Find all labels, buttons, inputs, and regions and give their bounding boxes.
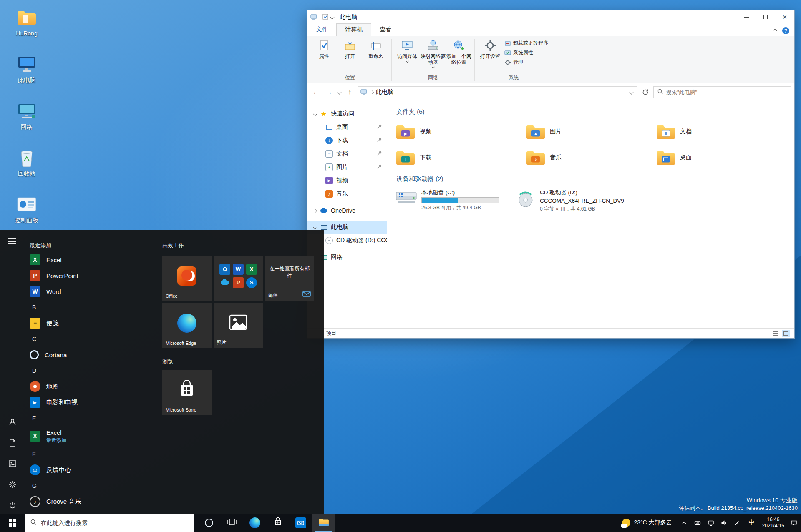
tile-office[interactable]: Office xyxy=(162,256,212,301)
tile-mail[interactable]: 在一处查看所有邮件 邮件 xyxy=(265,256,314,301)
desktop-icon-user-folder[interactable]: HuRong xyxy=(5,4,48,51)
tile-photos[interactable]: 照片 xyxy=(214,303,263,348)
notification-center-icon[interactable] xyxy=(790,519,798,527)
map-network-drive-button[interactable]: 映射网络驱动器 xyxy=(420,37,446,68)
taskbar-store-button[interactable] xyxy=(266,514,289,532)
refresh-icon[interactable] xyxy=(640,87,651,98)
start-letter-c[interactable]: C xyxy=(25,331,159,347)
back-button[interactable] xyxy=(310,87,321,98)
tile-edge[interactable]: Microsoft Edge xyxy=(162,303,212,348)
start-letter-b[interactable]: B xyxy=(25,299,159,315)
desktop-icon-recycle-bin[interactable]: 回收站 xyxy=(5,144,48,191)
up-button[interactable] xyxy=(344,87,355,98)
nav-downloads[interactable]: 下载 xyxy=(307,134,387,147)
touch-keyboard-icon[interactable] xyxy=(694,519,701,527)
start-letter-g[interactable]: G xyxy=(25,478,159,494)
help-icon[interactable] xyxy=(782,27,789,34)
start-button[interactable] xyxy=(0,514,25,532)
start-app-powerpoint[interactable]: PowerPoint xyxy=(25,268,159,284)
start-letter-h[interactable]: H xyxy=(25,509,159,514)
open-settings-button[interactable]: 打开设置 xyxy=(477,37,503,59)
address-bar[interactable]: 此电脑 xyxy=(358,86,637,98)
start-app-excel-recent[interactable]: Excel 最近添加 xyxy=(25,426,159,446)
folders-group-header[interactable]: 文件夹 (6) xyxy=(393,108,794,116)
folder-music[interactable]: 音乐 xyxy=(523,146,651,169)
details-view-icon[interactable] xyxy=(772,330,780,337)
folder-documents[interactable]: 文档 xyxy=(653,120,781,143)
ime-indicator[interactable]: 中 xyxy=(747,519,756,527)
pen-icon[interactable] xyxy=(734,519,741,527)
drive-d-tile[interactable]: CD 驱动器 (D:) CCCOMA_X64FRE_ZH-CN_DV9 0 字节… xyxy=(513,187,627,214)
chevron-down-icon[interactable] xyxy=(313,112,317,116)
open-button[interactable]: 打开 xyxy=(337,37,363,59)
start-app-groove-music[interactable]: Groove 音乐 xyxy=(25,494,159,509)
taskbar-search-input[interactable] xyxy=(41,519,189,526)
drive-c-tile[interactable]: 本地磁盘 (C:) 26.3 GB 可用，共 49.4 GB xyxy=(393,187,501,214)
start-app-excel[interactable]: Excel xyxy=(25,252,159,268)
tab-view[interactable]: 查看 xyxy=(371,24,400,36)
settings-gear-icon[interactable] xyxy=(8,480,17,489)
folder-desktop[interactable]: 桌面 xyxy=(653,146,781,169)
large-icons-view-icon[interactable] xyxy=(782,330,790,337)
maximize-button[interactable] xyxy=(756,10,775,24)
start-app-sticky-notes[interactable]: 便笺 xyxy=(25,315,159,331)
power-icon[interactable] xyxy=(8,501,17,509)
explorer-titlebar[interactable]: 此电脑 xyxy=(307,10,794,24)
uninstall-button[interactable]: 卸载或更改程序 xyxy=(504,40,548,47)
start-app-word[interactable]: Word xyxy=(25,284,159,299)
nav-videos[interactable]: 视频 xyxy=(307,174,387,187)
tray-chevron-up-icon[interactable] xyxy=(680,519,688,527)
start-app-maps[interactable]: 地图 xyxy=(25,379,159,394)
user-account-icon[interactable] xyxy=(8,418,17,426)
properties-button[interactable]: 属性 xyxy=(311,37,337,59)
quick-access-toolbar-check-icon[interactable] xyxy=(322,14,328,21)
forward-button[interactable] xyxy=(324,87,335,98)
explorer-search-input[interactable] xyxy=(666,89,787,95)
documents-rail-icon[interactable] xyxy=(8,439,17,447)
chevron-right-icon[interactable] xyxy=(313,208,317,213)
start-app-feedback-hub[interactable]: 反馈中心 xyxy=(25,462,159,478)
tile-store[interactable]: Microsoft Store xyxy=(162,370,212,415)
nav-desktop[interactable]: 桌面 xyxy=(307,120,387,134)
network-tray-icon[interactable] xyxy=(707,519,715,527)
minimize-button[interactable] xyxy=(737,10,756,24)
desktop-icon-this-pc[interactable]: 此电脑 xyxy=(5,51,48,98)
pictures-rail-icon[interactable] xyxy=(8,459,17,468)
start-letter-d[interactable]: D xyxy=(25,363,159,379)
start-app-cortana[interactable]: Cortana xyxy=(25,347,159,363)
start-letter-f[interactable]: F xyxy=(25,446,159,462)
nav-quick-access[interactable]: 快速访问 xyxy=(307,107,387,120)
task-view-button[interactable] xyxy=(220,514,243,532)
devices-group-header[interactable]: 设备和驱动器 (2) xyxy=(393,175,794,183)
weather-button[interactable]: 23°C 大部多云 xyxy=(620,514,674,532)
tab-computer[interactable]: 计算机 xyxy=(336,23,371,36)
folder-downloads[interactable]: 下载 xyxy=(393,146,521,169)
access-media-button[interactable]: 访问媒体 xyxy=(394,37,420,62)
explorer-search-box[interactable] xyxy=(653,86,791,98)
breadcrumb-chevron-icon[interactable] xyxy=(370,90,374,94)
address-dropdown-icon[interactable] xyxy=(630,90,634,94)
ribbon-collapse-icon[interactable] xyxy=(773,29,777,33)
cortana-button[interactable] xyxy=(197,514,220,532)
rename-button[interactable]: 重命名 xyxy=(363,37,389,59)
manage-button[interactable]: 管理 xyxy=(504,59,548,66)
folder-pictures[interactable]: 图片 xyxy=(523,120,651,143)
qat-dropdown-icon[interactable] xyxy=(330,15,335,19)
close-button[interactable] xyxy=(775,10,794,24)
nav-music[interactable]: 音乐 xyxy=(307,187,387,201)
tab-file[interactable]: 文件 xyxy=(308,24,336,36)
nav-onedrive[interactable]: OneDrive xyxy=(307,204,387,217)
chevron-down-icon[interactable] xyxy=(313,225,317,229)
clock[interactable]: 16:46 2021/4/15 xyxy=(762,517,784,529)
recent-locations-icon[interactable] xyxy=(338,90,342,94)
taskbar-explorer-button[interactable] xyxy=(312,514,335,532)
nav-pictures[interactable]: 图片 xyxy=(307,161,387,174)
folder-videos[interactable]: 视频 xyxy=(393,120,521,143)
volume-icon[interactable] xyxy=(720,519,728,527)
desktop-icon-network[interactable]: 网络 xyxy=(5,98,48,144)
start-letter-e[interactable]: E xyxy=(25,410,159,426)
taskbar-edge-button[interactable] xyxy=(243,514,266,532)
taskbar-search[interactable] xyxy=(25,514,194,532)
taskbar-mail-button[interactable] xyxy=(289,514,312,532)
start-app-movies-tv[interactable]: 电影和电视 xyxy=(25,394,159,410)
